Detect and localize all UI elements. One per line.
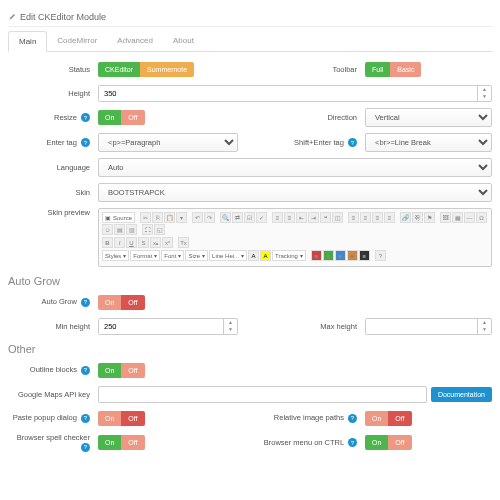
resize-label: Resize ? — [8, 113, 98, 123]
tb-icon[interactable]: ⛶ — [142, 224, 153, 235]
tb-strike-icon[interactable]: S — [138, 237, 149, 248]
toolbar-toggle[interactable]: Full Basic — [365, 62, 421, 77]
tb-icon[interactable]: ▤ — [114, 224, 125, 235]
tb-icon[interactable]: ■ — [347, 250, 358, 261]
relimg-toggle[interactable]: On Off — [365, 411, 412, 426]
language-select[interactable]: Auto — [98, 158, 492, 177]
tb-icon[interactable]: 🔍 — [220, 212, 231, 223]
tb-icon[interactable]: ≡ — [284, 212, 295, 223]
tb-textcolor-icon[interactable]: A — [248, 250, 259, 261]
documentation-button[interactable]: Documentation — [431, 387, 492, 402]
font-select[interactable]: Font ▾ — [161, 250, 184, 261]
tracking-select[interactable]: Tracking ▾ — [272, 250, 306, 261]
tb-icon[interactable]: ⇤ — [296, 212, 307, 223]
help-icon[interactable]: ? — [348, 438, 357, 447]
help-icon[interactable]: ? — [81, 443, 90, 452]
tb-icon[interactable]: 🖼 — [440, 212, 451, 223]
minheight-input[interactable]: ▲▼ — [98, 318, 238, 335]
maxheight-input[interactable]: ▲▼ — [365, 318, 492, 335]
help-icon[interactable]: ? — [81, 138, 90, 147]
maxheight-label: Max height — [250, 322, 365, 331]
help-icon[interactable]: ? — [81, 366, 90, 375]
size-select[interactable]: Size ▾ — [185, 250, 208, 261]
lineheight-select[interactable]: Line Hei... ▾ — [209, 250, 247, 261]
outline-toggle[interactable]: On Off — [98, 363, 145, 378]
section-autogrow: Auto Grow — [8, 275, 492, 287]
tb-icon[interactable]: ⇄ — [232, 212, 243, 223]
tb-italic-icon[interactable]: I — [114, 237, 125, 248]
tb-icon[interactable]: ≡ — [348, 212, 359, 223]
tb-icon[interactable]: ▦ — [452, 212, 463, 223]
ctrlmenu-toggle[interactable]: On Off — [365, 435, 412, 450]
tb-icon[interactable]: ▥ — [126, 224, 137, 235]
tb-icon[interactable]: ▾ — [176, 212, 187, 223]
status-toggle[interactable]: CKEditor Summernote — [98, 62, 194, 77]
tb-icon[interactable]: ≡ — [272, 212, 283, 223]
tb-icon[interactable]: ◱ — [154, 224, 165, 235]
tb-icon[interactable]: ≡ — [360, 212, 371, 223]
tb-icon[interactable]: ↷ — [204, 212, 215, 223]
tb-icon[interactable]: ― — [464, 212, 475, 223]
tb-icon[interactable]: ⇥ — [308, 212, 319, 223]
direction-select[interactable]: Vertical — [365, 108, 492, 127]
tb-icon[interactable]: ◫ — [332, 212, 343, 223]
tb-icon[interactable]: 🔗 — [400, 212, 411, 223]
gmaps-input[interactable] — [98, 386, 427, 403]
tb-icon[interactable]: ■ — [335, 250, 346, 261]
outline-label: Outline blocks ? — [8, 365, 98, 375]
help-icon[interactable]: ? — [81, 113, 90, 122]
tb-bold-icon[interactable]: B — [102, 237, 113, 248]
format-select[interactable]: Format ▾ — [130, 250, 160, 261]
autogrow-toggle[interactable]: On Off — [98, 295, 145, 310]
styles-select[interactable]: Styles ▾ — [102, 250, 129, 261]
tb-underline-icon[interactable]: U — [126, 237, 137, 248]
tab-main[interactable]: Main — [8, 31, 47, 52]
minheight-label: Min height — [8, 322, 98, 331]
tb-sub-icon[interactable]: x₂ — [150, 237, 161, 248]
tb-icon[interactable]: ≡ — [372, 212, 383, 223]
entertag-select[interactable]: <p>=Paragraph — [98, 133, 238, 152]
tab-about[interactable]: About — [163, 31, 204, 51]
tb-icon[interactable]: ≡ — [384, 212, 395, 223]
tab-codemirror[interactable]: CodeMirror — [47, 31, 107, 51]
tb-icon[interactable]: ■ — [311, 250, 322, 261]
help-icon[interactable]: ? — [81, 414, 90, 423]
tab-advanced[interactable]: Advanced — [107, 31, 163, 51]
tb-icon[interactable]: ✓ — [256, 212, 267, 223]
toolbar-basic[interactable]: Basic — [390, 62, 421, 77]
toolbar-full[interactable]: Full — [365, 62, 390, 77]
help-icon[interactable]: ? — [348, 138, 357, 147]
tb-icon[interactable]: ✂ — [140, 212, 151, 223]
tb-bgcolor-icon[interactable]: A — [260, 250, 271, 261]
tb-icon[interactable]: ☑ — [244, 212, 255, 223]
tb-icon[interactable]: Ω — [476, 212, 487, 223]
status-ckeditor[interactable]: CKEditor — [98, 62, 140, 77]
paste-toggle[interactable]: On Off — [98, 411, 145, 426]
tb-icon[interactable]: ⚑ — [424, 212, 435, 223]
tb-sup-icon[interactable]: x² — [162, 237, 173, 248]
source-button[interactable]: ▣ Source — [102, 212, 135, 223]
tb-icon[interactable]: ⛓ — [412, 212, 423, 223]
tb-icon[interactable]: ❝ — [320, 212, 331, 223]
tb-icon[interactable]: Tx — [178, 237, 189, 248]
help-icon[interactable]: ? — [348, 414, 357, 423]
entertag-label: Enter tag ? — [8, 138, 98, 148]
tabs: Main CodeMirror Advanced About — [8, 31, 492, 52]
tb-icon[interactable]: ☺ — [102, 224, 113, 235]
skin-select[interactable]: BOOTSTRAPCK — [98, 183, 492, 202]
spell-toggle[interactable]: On Off — [98, 435, 145, 450]
height-input[interactable]: ▲▼ — [98, 85, 492, 102]
tb-icon[interactable]: ■ — [359, 250, 370, 261]
page-title: Edit CKEditor Module — [20, 12, 106, 22]
status-summernote[interactable]: Summernote — [140, 62, 194, 77]
tb-icon[interactable]: ■ — [323, 250, 334, 261]
tb-icon[interactable]: ? — [375, 250, 386, 261]
status-label: Status — [8, 65, 98, 74]
tb-icon[interactable]: ⎘ — [152, 212, 163, 223]
chevron-up-icon: ▲ — [478, 86, 491, 94]
tb-icon[interactable]: ↶ — [192, 212, 203, 223]
resize-toggle[interactable]: On Off — [98, 110, 145, 125]
help-icon[interactable]: ? — [81, 298, 90, 307]
tb-icon[interactable]: 📋 — [164, 212, 175, 223]
shiftenter-select[interactable]: <br>=Line Break — [365, 133, 492, 152]
